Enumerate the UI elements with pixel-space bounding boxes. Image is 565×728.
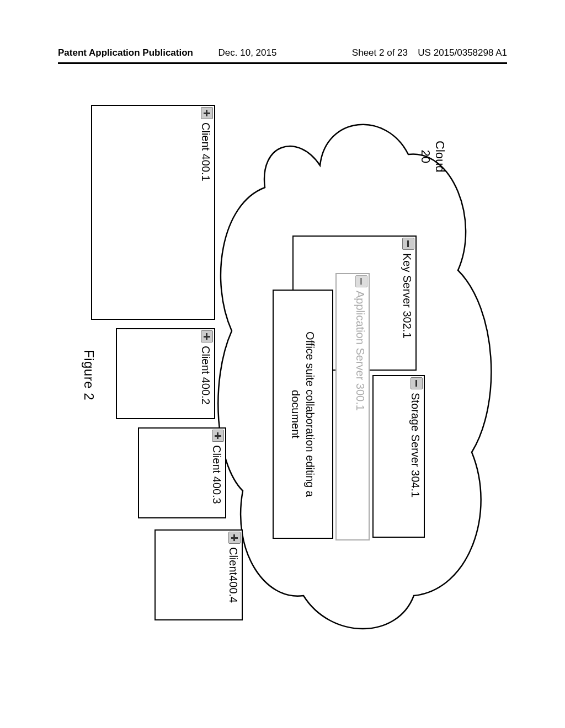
header-date: Dec. 10, 2015	[218, 47, 277, 58]
cloud-label-line1: Cloud	[433, 141, 447, 172]
figure-label: Figure 2	[81, 350, 97, 400]
app-inner-line1: Office suite collaboration editing a	[303, 291, 317, 538]
client-3-box: Client 400.3	[138, 427, 226, 518]
storage-server-title: Storage Server 304.1	[409, 393, 422, 532]
client-1-title: Client 400.1	[199, 122, 212, 181]
expand-icon	[228, 532, 241, 544]
header-sheet: Sheet 2 of 23	[352, 47, 408, 58]
expand-icon	[212, 430, 224, 442]
app-inner-line2: document	[289, 291, 303, 538]
diagram-rotated: Cloud 20 Key Server 302.1 Storage Server…	[66, 94, 502, 656]
expand-icon	[201, 330, 213, 342]
client-2-title: Client 400.2	[199, 346, 212, 405]
cloud-label-line2: 20	[418, 141, 432, 172]
storage-server-box: Storage Server 304.1	[372, 375, 425, 538]
application-server-inner: Office suite collaboration editing a doc…	[273, 290, 333, 539]
page: Patent Application Publication Dec. 10, …	[0, 0, 565, 728]
client-4-title: Client400.4	[227, 547, 239, 603]
client-3-title: Client 400.3	[210, 445, 223, 504]
collapse-icon	[355, 275, 367, 287]
header-pubno: US 2015/0358298 A1	[418, 47, 507, 58]
expand-icon	[201, 107, 213, 119]
key-server-title: Key Server 302.1	[401, 253, 413, 365]
client-4-box: Client400.4	[154, 529, 243, 620]
client-2-box: Client 400.2	[116, 328, 215, 419]
collapse-icon	[402, 238, 414, 250]
header-left: Patent Application Publication	[58, 47, 193, 58]
collapse-icon	[411, 377, 423, 389]
application-server-title: Application Server 300.1	[354, 291, 366, 411]
client-1-box: Client 400.1	[91, 105, 215, 320]
application-server-box: Application Server 300.1	[335, 273, 370, 540]
page-header: Patent Application Publication Dec. 10, …	[58, 47, 507, 64]
diagram-container: Cloud 20 Key Server 302.1 Storage Server…	[66, 94, 502, 656]
cloud-label: Cloud 20	[418, 141, 447, 172]
